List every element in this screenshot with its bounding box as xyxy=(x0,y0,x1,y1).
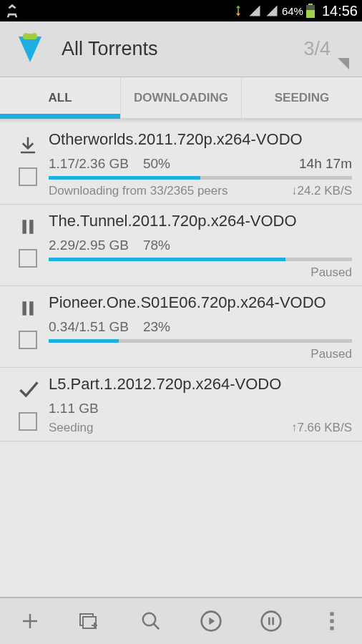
tab-seeding[interactable]: SEEDING xyxy=(242,77,362,118)
progress-fill xyxy=(49,176,200,180)
progress-bar xyxy=(49,339,352,343)
torrent-size: 0.34/1.51 GB xyxy=(49,319,129,335)
battery-percent: 64% xyxy=(282,5,303,17)
torrent-list: Otherworlds.2011.720p.x264-VODO 1.17/2.3… xyxy=(0,123,362,597)
svg-rect-20 xyxy=(331,627,333,630)
checkbox[interactable] xyxy=(19,331,37,349)
svg-rect-17 xyxy=(273,618,275,625)
torrent-name: Otherworlds.2011.720p.x264-VODO xyxy=(49,130,352,149)
signal-icon xyxy=(265,4,279,17)
svg-rect-8 xyxy=(29,220,33,234)
torrent-size: 2.29/2.95 GB xyxy=(49,238,129,253)
progress-bar xyxy=(49,176,352,180)
pause-icon xyxy=(16,215,40,239)
app-bar[interactable]: All Torrents 3/4 xyxy=(0,21,362,77)
list-item[interactable]: L5.Part.1.2012.720p.x264-VODO 1.11 GB Se… xyxy=(0,368,362,441)
torrent-size: 1.17/2.36 GB xyxy=(49,156,129,172)
tab-label: SEEDING xyxy=(275,91,330,105)
svg-rect-6 xyxy=(21,152,35,154)
torrent-status: Downloading from 33/2365 peers xyxy=(49,184,228,198)
checkbox[interactable] xyxy=(19,412,37,431)
download-icon xyxy=(16,133,40,157)
overflow-menu-button[interactable] xyxy=(312,601,352,641)
clock: 14:56 xyxy=(322,3,358,19)
torrent-name: Pioneer.One.S01E06.720p.x264-VODO xyxy=(49,293,352,312)
svg-rect-0 xyxy=(308,4,313,5)
torrent-percent: 50% xyxy=(143,156,170,172)
checkbox[interactable] xyxy=(19,167,37,186)
tab-all[interactable]: ALL xyxy=(0,77,121,118)
torrent-count: 3/4 xyxy=(303,38,331,60)
svg-rect-18 xyxy=(331,613,333,615)
list-item[interactable]: Otherworlds.2011.720p.x264-VODO 1.17/2.3… xyxy=(0,123,362,205)
notification-icon xyxy=(4,3,20,19)
torrent-speed: Paused xyxy=(310,265,352,280)
svg-rect-10 xyxy=(29,301,33,316)
svg-rect-9 xyxy=(22,301,26,316)
svg-point-13 xyxy=(143,613,156,626)
page-title: All Torrents xyxy=(62,38,303,60)
list-item[interactable]: The.Tunnel.2011.720p.x264-VODO 2.29/2.95… xyxy=(0,205,362,286)
svg-point-15 xyxy=(262,612,281,631)
checkbox[interactable] xyxy=(19,249,37,268)
torrent-name: The.Tunnel.2011.720p.x264-VODO xyxy=(49,212,352,230)
android-statusbar: 64% 14:56 xyxy=(0,0,362,21)
torrent-eta: 14h 17m xyxy=(299,156,352,172)
add-button[interactable] xyxy=(10,601,50,641)
torrent-speed: ↓24.2 KB/S xyxy=(291,184,352,198)
svg-rect-16 xyxy=(268,618,270,625)
pause-all-button[interactable] xyxy=(251,601,291,641)
add-file-button[interactable] xyxy=(70,601,110,641)
bottom-action-bar xyxy=(0,597,362,644)
signal-icon xyxy=(248,4,262,17)
app-icon xyxy=(13,32,47,67)
torrent-status: Seeding xyxy=(49,421,93,435)
list-item[interactable]: Pioneer.One.S01E06.720p.x264-VODO 0.34/1… xyxy=(0,286,362,368)
checkmark-icon xyxy=(16,378,40,402)
tab-bar: ALL DOWNLOADING SEEDING xyxy=(0,77,362,119)
torrent-name: L5.Part.1.2012.720p.x264-VODO xyxy=(49,375,352,394)
progress-fill xyxy=(49,339,119,343)
svg-rect-19 xyxy=(331,620,333,623)
tab-label: DOWNLOADING xyxy=(134,91,228,105)
tab-downloading[interactable]: DOWNLOADING xyxy=(121,77,242,118)
dropdown-indicator-icon[interactable] xyxy=(338,58,349,69)
torrent-percent: 23% xyxy=(143,319,170,335)
torrent-percent: 78% xyxy=(143,238,170,253)
torrent-speed: ↑7.66 KB/S xyxy=(291,421,352,435)
sync-icon xyxy=(232,4,245,17)
tab-label: ALL xyxy=(48,91,72,105)
svg-rect-2 xyxy=(306,10,315,18)
resume-all-button[interactable] xyxy=(191,601,231,641)
progress-bar xyxy=(49,258,352,261)
pause-icon xyxy=(16,296,40,321)
svg-rect-5 xyxy=(23,34,37,39)
torrent-size: 1.11 GB xyxy=(49,401,99,416)
torrent-speed: Paused xyxy=(310,347,352,361)
battery-icon xyxy=(306,4,315,18)
search-button[interactable] xyxy=(131,601,171,641)
svg-rect-7 xyxy=(22,220,26,234)
progress-fill xyxy=(49,258,285,261)
